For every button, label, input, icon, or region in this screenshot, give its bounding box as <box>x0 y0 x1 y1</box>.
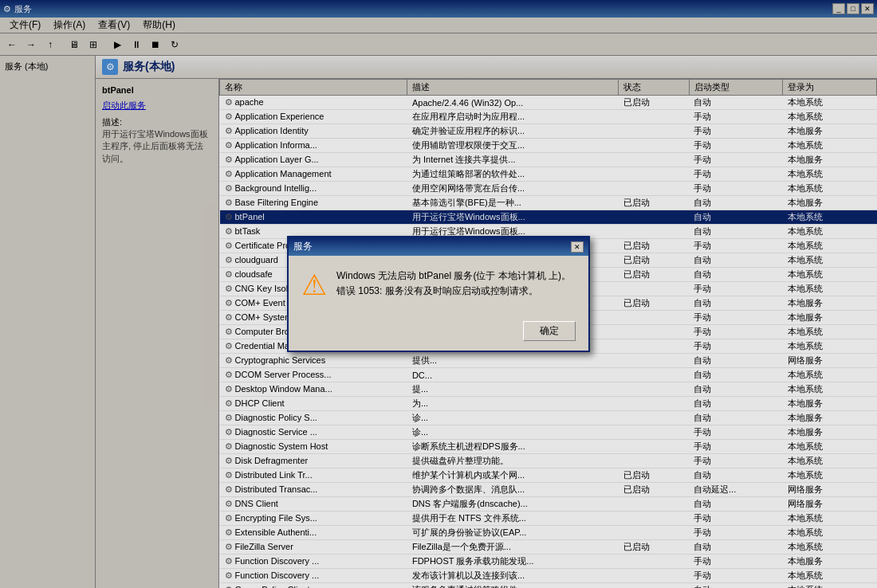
modal-line2: 错误 1053: 服务没有及时响应启动或控制请求。 <box>336 284 571 299</box>
modal-overlay: 服务 ✕ ⚠ Windows 无法启动 btPanel 服务(位于 本地计算机 … <box>0 0 877 588</box>
modal-body: ⚠ Windows 无法启动 btPanel 服务(位于 本地计算机 上)。 错… <box>289 256 588 315</box>
modal-title: 服务 <box>293 240 571 253</box>
modal-message: Windows 无法启动 btPanel 服务(位于 本地计算机 上)。 错误 … <box>336 269 571 299</box>
modal-line1: Windows 无法启动 btPanel 服务(位于 本地计算机 上)。 <box>336 269 571 284</box>
warning-icon: ⚠ <box>301 269 327 302</box>
modal-footer: 确定 <box>289 315 588 351</box>
modal-close-button[interactable]: ✕ <box>571 241 584 253</box>
modal-titlebar: 服务 ✕ <box>289 237 588 256</box>
modal-ok-button[interactable]: 确定 <box>523 321 576 341</box>
error-dialog: 服务 ✕ ⚠ Windows 无法启动 btPanel 服务(位于 本地计算机 … <box>287 236 590 352</box>
